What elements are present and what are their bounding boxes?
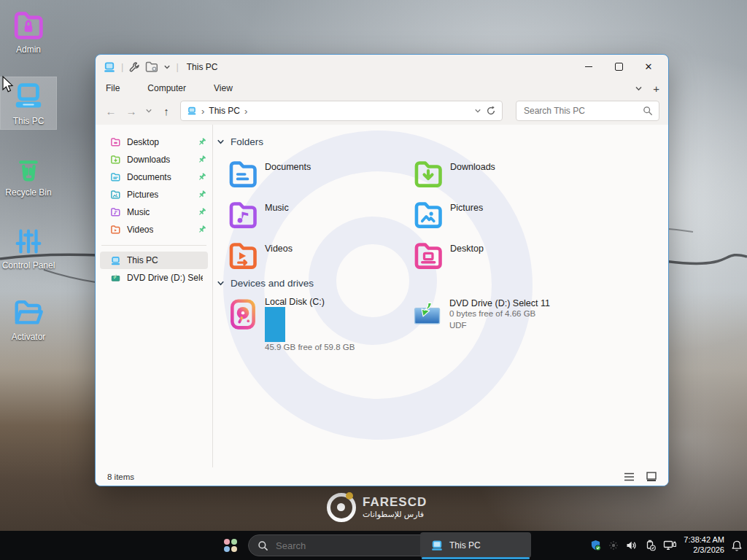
- recycle-bin-icon: [12, 152, 45, 185]
- back-button[interactable]: ←: [104, 105, 117, 117]
- folder-tile-music[interactable]: Music: [227, 199, 289, 231]
- admin-folder-lock-icon: [12, 9, 45, 42]
- menu-file[interactable]: File: [106, 81, 120, 96]
- hard-disk-icon: [227, 297, 259, 332]
- start-button[interactable]: [224, 539, 237, 552]
- taskbar-search[interactable]: [248, 534, 432, 556]
- farescd-brand-arabic: فارس للإسطوانات: [363, 510, 427, 519]
- desktop: Admin This PC Recycle Bin Control Panel: [0, 0, 747, 560]
- folder-icon: [110, 225, 121, 236]
- navigation-bar: ← → ↑ › This PC ›: [96, 98, 668, 124]
- address-bar[interactable]: › This PC ›: [180, 101, 503, 121]
- explorer-window: | | This PC ✕ File Computer View: [95, 54, 669, 486]
- sidebar-item-pictures[interactable]: Pictures: [96, 186, 212, 203]
- safely-remove-hardware-icon[interactable]: [644, 540, 657, 551]
- menu-computer[interactable]: Computer: [147, 81, 186, 96]
- desktop-icon-activator[interactable]: Activator: [1, 293, 56, 345]
- this-pc-icon: [110, 255, 121, 266]
- desktop-folder-icon: [412, 240, 444, 272]
- security-shield-icon[interactable]: [589, 540, 602, 551]
- expand-chevron-icon[interactable]: [635, 85, 643, 93]
- this-pc-icon: [187, 106, 197, 116]
- wrench-icon[interactable]: [128, 61, 140, 73]
- notifications-bell-icon[interactable]: [731, 540, 743, 552]
- sidebar-item-documents[interactable]: Documents: [96, 168, 212, 186]
- mouse-cursor: [1, 76, 15, 95]
- drive-tile-local-disk[interactable]: Local Disk (C:) 45.9 GB free of 59.8 GB: [227, 297, 355, 332]
- folder-tile-videos[interactable]: Videos: [227, 240, 293, 272]
- farescd-watermark: FARESCD فارس للإسطوانات: [327, 493, 427, 522]
- folder-icon: [110, 172, 121, 183]
- desktop-icon-label: Control Panel: [2, 260, 55, 271]
- details-view-icon[interactable]: [624, 472, 635, 481]
- desktop-icon-control-panel[interactable]: Control Panel: [1, 222, 56, 273]
- section-header-devices[interactable]: Devices and drives: [217, 278, 314, 289]
- new-folder-icon[interactable]: [145, 61, 158, 73]
- videos-folder-icon: [227, 240, 259, 272]
- music-folder-icon: [227, 199, 259, 231]
- desktop-icon-recycle-bin[interactable]: Recycle Bin: [1, 149, 56, 201]
- close-button[interactable]: ✕: [636, 58, 661, 77]
- pictures-folder-icon: [412, 199, 444, 231]
- dvd-free-text: 0 bytes free of 4.66 GB: [449, 309, 535, 318]
- folder-icon: [110, 207, 121, 218]
- taskbar-app-this-pc[interactable]: This PC: [420, 532, 531, 558]
- section-header-folders[interactable]: Folders: [217, 136, 263, 147]
- this-pc-icon: [430, 539, 444, 552]
- brightness-icon[interactable]: [608, 540, 619, 551]
- pin-icon: [198, 137, 206, 149]
- volume-icon[interactable]: [625, 540, 638, 551]
- menu-bar: File Computer View +: [96, 79, 668, 98]
- search-input[interactable]: [522, 105, 643, 117]
- sidebar-item-this-pc[interactable]: This PC: [100, 252, 208, 269]
- drive-tile-dvd[interactable]: DVD Drive (D:) Select 11 0 bytes free of…: [411, 298, 550, 331]
- chevron-down-icon[interactable]: [163, 63, 171, 71]
- sidebar-item-dvd-drive[interactable]: DVD Drive (D:) Select 11: [96, 269, 212, 287]
- sidebar-divider: [101, 245, 206, 246]
- taskbar-search-input[interactable]: [274, 540, 379, 552]
- minimize-button[interactable]: [576, 58, 601, 77]
- desktop-icon-admin[interactable]: Admin: [1, 6, 56, 58]
- collapse-chevron-icon[interactable]: [217, 279, 225, 287]
- sidebar-item-music[interactable]: Music: [96, 203, 212, 221]
- folder-tile-downloads[interactable]: Downloads: [412, 158, 495, 190]
- new-tab-icon[interactable]: +: [653, 82, 659, 95]
- disk-free-text: 45.9 GB free of 59.8 GB: [265, 343, 355, 351]
- disk-usage-bar: [265, 307, 355, 342]
- sidebar-item-downloads[interactable]: Downloads: [96, 151, 212, 168]
- taskbar-clock[interactable]: 7:38:42 AM 2/3/2026: [684, 535, 724, 556]
- pin-icon: [198, 172, 206, 184]
- search-icon: [643, 106, 653, 116]
- maximize-button[interactable]: [606, 58, 631, 77]
- menu-view[interactable]: View: [214, 81, 233, 96]
- sidebar-item-videos[interactable]: Videos: [96, 221, 212, 238]
- folder-tile-pictures[interactable]: Pictures: [412, 199, 483, 231]
- folder-tile-documents[interactable]: Documents: [227, 158, 311, 190]
- dvd-filesystem: UDF: [449, 321, 467, 330]
- network-icon[interactable]: [663, 540, 677, 551]
- control-panel-sliders-icon: [12, 225, 45, 258]
- search-box[interactable]: [516, 101, 659, 121]
- folder-tile-desktop[interactable]: Desktop: [412, 240, 484, 272]
- up-button[interactable]: ↑: [160, 105, 173, 117]
- desktop-icon-label: Activator: [12, 332, 46, 342]
- items-count: 8 items: [107, 472, 134, 481]
- desktop-icon-label: Recycle Bin: [5, 187, 51, 198]
- history-chevron-icon[interactable]: [145, 107, 152, 114]
- address-dropdown-icon[interactable]: [474, 107, 481, 114]
- status-bar: 8 items: [96, 467, 668, 486]
- title-bar: | | This PC ✕: [96, 55, 668, 79]
- active-app-indicator: [422, 557, 530, 559]
- large-icons-view-icon[interactable]: [646, 472, 657, 481]
- breadcrumb-this-pc[interactable]: This PC: [209, 106, 240, 116]
- this-pc-laptop-icon: [12, 80, 45, 114]
- collapse-chevron-icon[interactable]: [217, 138, 225, 146]
- farescd-brand-name: FARESCD: [363, 496, 427, 509]
- forward-button[interactable]: →: [125, 105, 138, 117]
- refresh-icon[interactable]: [486, 106, 496, 116]
- sidebar-item-desktop[interactable]: Desktop: [96, 133, 212, 151]
- explorer-content: Desktop Downloads Documents Pictures: [96, 125, 668, 467]
- farescd-logo-icon: [327, 493, 356, 522]
- breadcrumb-chevron: ›: [201, 106, 204, 117]
- this-pc-icon: [103, 61, 116, 74]
